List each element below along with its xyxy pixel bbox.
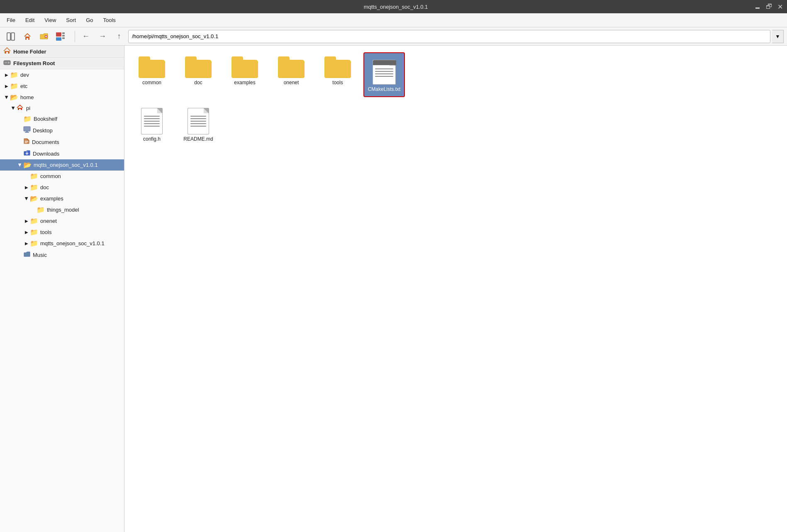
sidebar-item-etc[interactable]: ▶ 📁 etc	[0, 81, 124, 92]
sidebar-label-documents: Documents	[32, 139, 59, 145]
sidebar-item-tools[interactable]: ▶ 📁 tools	[0, 227, 124, 238]
sidebar-label-pi: pi	[26, 105, 30, 111]
svg-rect-11	[62, 37, 65, 39]
file-label-tools: tools	[332, 80, 343, 86]
up-button[interactable]: ↑	[112, 29, 127, 44]
minimize-button[interactable]: 🗕	[754, 3, 761, 10]
expand-arrow-home: ▶	[5, 94, 9, 101]
sidebar-item-documents[interactable]: Documents	[0, 136, 124, 148]
sidebar-label-doc: doc	[40, 184, 49, 190]
folder-icon-common-big	[139, 56, 165, 78]
address-dropdown-button[interactable]: ▼	[772, 30, 784, 43]
expand-arrow-pi: ▶	[11, 105, 16, 112]
folder-icon-tools-big	[324, 56, 351, 78]
sidebar-label-etc: etc	[20, 83, 27, 89]
file-item-doc[interactable]: doc	[178, 52, 219, 97]
sidebar-item-desktop[interactable]: Desktop	[0, 124, 124, 136]
sidebar: Home Folder Filesystem Root ▶ 📁 dev ▶ 📁 …	[0, 46, 124, 532]
folder-icon-documents	[23, 138, 30, 146]
sidebar-label-downloads: Downloads	[33, 151, 59, 157]
sidebar-item-bookshelf[interactable]: 📁 Bookshelf	[0, 113, 124, 124]
file-item-config-h[interactable]: config.h	[131, 104, 173, 147]
folder-icon-dev: 📁	[10, 71, 18, 79]
svg-rect-1	[11, 33, 15, 40]
file-label-readme: README.md	[183, 136, 213, 143]
folder-icon-mqtts2: 📁	[30, 239, 38, 247]
file-grid: common doc examples onenet tools	[131, 52, 780, 146]
folder-icon-downloads	[23, 149, 31, 158]
svg-rect-13	[6, 52, 8, 54]
menu-view[interactable]: View	[40, 15, 60, 25]
home-folder-label: Home Folder	[13, 49, 46, 55]
svg-rect-9	[56, 37, 61, 41]
expand-arrow-tools: ▶	[23, 230, 30, 234]
file-item-examples[interactable]: examples	[224, 52, 266, 97]
expand-arrow-doc: ▶	[23, 185, 30, 190]
hdd-icon	[3, 59, 11, 67]
menu-tools[interactable]: Tools	[99, 15, 120, 25]
folder-icon-common: 📁	[30, 172, 38, 180]
cmake-file-icon	[373, 56, 396, 85]
file-item-common[interactable]: common	[131, 52, 173, 97]
svg-rect-7	[56, 32, 61, 37]
folder-icon-examples-big	[231, 56, 258, 78]
sidebar-label-common: common	[40, 173, 61, 179]
sidebar-label-dev: dev	[20, 72, 29, 78]
main-area: Home Folder Filesystem Root ▶ 📁 dev ▶ 📁 …	[0, 46, 787, 532]
filesystem-root-label: Filesystem Root	[13, 60, 55, 66]
sidebar-item-dev[interactable]: ▶ 📁 dev	[0, 69, 124, 81]
toolbar-separator-1	[75, 31, 75, 42]
expand-arrow-etc: ▶	[3, 84, 10, 88]
sidebar-label-mqtts2: mqtts_onejson_soc_v1.0.1	[40, 240, 105, 246]
sidebar-item-mqtts-soc[interactable]: ▶ 📂 mqtts_onejson_soc_v1.0.1	[0, 159, 124, 171]
menu-file[interactable]: File	[2, 15, 19, 25]
sidebar-item-examples[interactable]: ▶ 📂 examples	[0, 193, 124, 204]
file-label-examples: examples	[234, 80, 255, 86]
sidebar-item-things-model[interactable]: 📁 things_model	[0, 204, 124, 215]
file-item-cmake[interactable]: CMakeLists.txt	[363, 52, 405, 97]
address-input[interactable]	[128, 30, 770, 43]
file-label-doc: doc	[194, 80, 202, 86]
home-button[interactable]	[20, 29, 35, 44]
file-label-cmake: CMakeLists.txt	[368, 86, 401, 93]
expand-arrow-dev: ▶	[3, 73, 10, 77]
expand-arrow-onenet: ▶	[23, 219, 30, 223]
menu-edit[interactable]: Edit	[21, 15, 39, 25]
file-item-onenet[interactable]: onenet	[270, 52, 312, 97]
sidebar-filesystem-root[interactable]: Filesystem Root	[0, 58, 124, 69]
back-button[interactable]: ←	[78, 29, 93, 44]
sidebar-item-home[interactable]: ▶ 📂 home	[0, 92, 124, 103]
maximize-button[interactable]: 🗗	[766, 3, 772, 10]
file-item-readme[interactable]: README.md	[178, 104, 219, 147]
file-label-onenet: onenet	[284, 80, 299, 86]
expand-arrow-examples: ▶	[24, 195, 29, 202]
close-button[interactable]: ✕	[777, 3, 783, 11]
sidebar-item-doc[interactable]: ▶ 📁 doc	[0, 182, 124, 193]
sidebar-item-common[interactable]: 📁 common	[0, 171, 124, 182]
menu-go[interactable]: Go	[82, 15, 97, 25]
sidebar-label-tools: tools	[40, 229, 51, 235]
split-view-button[interactable]	[3, 29, 18, 44]
icon-view-button[interactable]	[53, 29, 71, 44]
sidebar-item-mqtts-soc2[interactable]: ▶ 📁 mqtts_onejson_soc_v1.0.1	[0, 238, 124, 249]
pi-home-icon	[17, 105, 23, 112]
folder-icon-mqtts: 📂	[23, 161, 32, 169]
sidebar-item-onenet[interactable]: ▶ 📁 onenet	[0, 215, 124, 227]
sidebar-home-folder[interactable]: Home Folder	[0, 46, 124, 58]
new-folder-button[interactable]	[37, 29, 51, 44]
forward-button[interactable]: →	[95, 29, 110, 44]
window-controls: 🗕 🗗 ✕	[754, 3, 783, 11]
home-folder-icon	[3, 47, 11, 56]
folder-icon-doc: 📁	[30, 183, 38, 191]
folder-icon-onenet-big	[278, 56, 305, 78]
window-title: mqtts_onejson_soc_v1.0.1	[37, 4, 754, 10]
folder-icon-etc: 📁	[10, 82, 18, 90]
sidebar-item-pi[interactable]: ▶ pi	[0, 103, 124, 113]
sidebar-item-music[interactable]: Music	[0, 249, 124, 261]
svg-rect-18	[19, 109, 21, 110]
menu-sort[interactable]: Sort	[62, 15, 80, 25]
sidebar-item-downloads[interactable]: Downloads	[0, 148, 124, 159]
file-item-tools[interactable]: tools	[317, 52, 358, 97]
sidebar-label-things-model: things_model	[47, 207, 79, 213]
svg-point-15	[8, 62, 10, 63]
